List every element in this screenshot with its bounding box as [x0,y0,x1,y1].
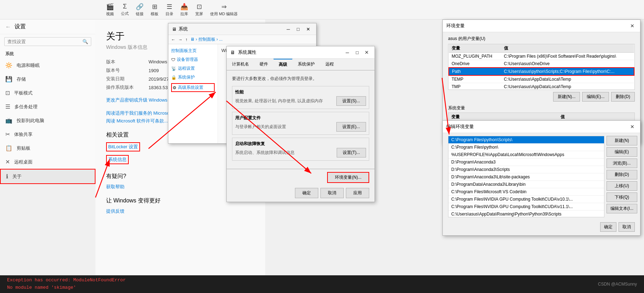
link-system-protect[interactable]: 系统保护 [178,74,195,80]
list-item-4[interactable]: D:\Program\Anaconda3\Scripts [448,166,604,173]
user-vars-title: asus 的用户变量(U) [448,36,635,42]
link-system-info[interactable]: 系统信息 [106,155,129,164]
edit-browse-btn[interactable]: 浏览(B)... [607,159,637,168]
sysprop-env-btn[interactable]: 环境变量(N)... [327,172,369,183]
sysprop-cancel-btn[interactable]: 取消 [320,188,344,198]
edit-env-ok-btn[interactable]: 确定 [600,222,616,232]
system-navbar: ← → ↑ 🖥 › 控制面板 › ... [168,35,316,44]
edit-movedown-btn[interactable]: 下移(Q) [607,193,637,202]
list-item-7[interactable]: C:\Program Files\Microsoft VS Code\bin [448,188,604,196]
tab-remote[interactable]: 远程 [320,59,339,70]
edit-moveup-btn[interactable]: 上移(U) [607,181,637,191]
perf-title: 性能 [235,89,366,95]
link-feedback[interactable]: 提供反馈 [106,208,255,214]
shared-icon: ✂ [5,131,10,138]
sidebar-label-storage: 存储 [17,76,26,82]
table-row[interactable]: TMP C:\Users\asus\AppData\Local\Temp [449,83,634,90]
sysprop-content: 要进行大多数更改，你必须作为管理员登录。 性能 视觉效果, 处理器计划, 内存使… [227,70,375,169]
link-device-manager[interactable]: 设备管理器 [177,57,198,63]
user-delete-btn[interactable]: 删除(D) [611,92,635,102]
toolbar-md-editor[interactable]: ⇒ 使用 MD 编辑器 [210,3,238,17]
toolbar-library[interactable]: 📥 拉库 [180,3,188,17]
sysprop-title: 系统属性 [238,49,256,56]
tab-computername[interactable]: 计算机名 [227,59,254,70]
sidebar-item-project[interactable]: 📺 投影到此电脑 [0,114,95,127]
sidebar-label-about: 关于 [12,173,22,180]
sysprop-minimize[interactable]: ─ [343,48,352,56]
sidebar-item-remote[interactable]: ✕ 远程桌面 [0,155,95,169]
brand-label: CSDN @ACMSunny [598,282,637,287]
clipboard-icon: 📋 [5,145,12,151]
toolbar-formula[interactable]: Σ 公式 [121,3,129,16]
link-bitlocker[interactable]: BitLocker 设置 [106,142,140,151]
user-new-btn[interactable]: 新建(N)... [553,92,580,102]
sidebar-item-multitask[interactable]: ☰ 多任务处理 [0,100,95,114]
maximize-button[interactable]: □ [294,25,303,33]
edit-edit-btn[interactable]: 编辑(E) [607,147,637,157]
sidebar-item-about[interactable]: ℹ 关于 [0,169,95,184]
list-item-3[interactable]: D:\Program\Anaconda3 [448,159,604,166]
edit-env-close-btn[interactable]: ✕ [628,123,637,131]
toolbar-toc[interactable]: ☰ 目录 [166,3,173,17]
toolbar-template[interactable]: ⊞ 模板 [151,3,158,17]
back-button[interactable]: ← [5,24,11,30]
user-edit-btn[interactable]: 编辑(E)... [582,92,609,102]
tab-hardware[interactable]: 硬件 [254,59,273,70]
sysprop-close[interactable]: ✕ [362,48,371,56]
edit-new-btn[interactable]: 新建(N) [607,136,637,145]
list-item-5[interactable]: D:\Program\Anaconda3\Lib\site-packages [448,173,604,181]
sidebar-item-tablet[interactable]: ⊡ 平板模式 [0,86,95,100]
list-item-9[interactable]: C:\Program Files\NVIDIA GPU Computing To… [448,203,604,211]
toolbar-widescreen[interactable]: ⊡ 宽屏 [195,3,203,17]
startup-settings-btn[interactable]: 设置(T)... [337,148,366,157]
link-remote-settings[interactable]: 远程设置 [178,65,195,71]
sysprop-maximize[interactable]: □ [353,48,362,56]
list-item-8[interactable]: C:\Program Files\NVIDIA GPU Computing To… [448,196,604,203]
toolbar-link[interactable]: 🔗 链接 [136,3,144,17]
table-row[interactable]: MOZ_PLUGIN_PATH C:\Program Files (x86)\F… [449,53,634,60]
sidebar-item-power[interactable]: 🔆 电源和睡眠 [0,58,95,72]
sidebar-label-multitask: 多任务处理 [14,104,37,110]
sysprop-title-icon: 🖥 [230,50,235,55]
table-row-path[interactable]: Path C:\Users\asus\python\Scripts;C:\Pro… [449,68,634,75]
list-item-1[interactable]: C:\Program Files\python\ [448,144,604,151]
env-titlebar: 环境变量 ✕ [443,20,640,32]
search-input[interactable] [7,39,80,44]
back-btn[interactable]: ← [171,37,175,42]
list-item-2[interactable]: %USERPROFILE%\AppData\Local\Microsoft\Wi… [448,151,604,159]
env-title: 环境变量 [446,23,465,29]
tab-advanced[interactable]: 高级 [273,59,292,70]
close-button[interactable]: ✕ [303,25,313,33]
sysprop-footer: 环境变量(N)... [227,169,375,186]
list-item-6[interactable]: D:\ProgramData\Anaconda3\Library\bin [448,181,604,188]
sysprop-ok-btn[interactable]: 确定 [295,188,318,198]
up-btn[interactable]: ↑ [185,37,187,42]
edit-edittext-btn[interactable]: 编辑文本(I... [607,204,637,213]
edit-delete-btn[interactable]: 删除(D) [607,170,637,179]
env-close-btn[interactable]: ✕ [628,22,637,30]
list-item-10[interactable]: C:\Users\asus\AppData\Roaming\Python\Pyt… [448,211,604,217]
link-advanced-settings[interactable]: 高级系统设置 [178,85,203,91]
forward-btn[interactable]: → [178,37,182,42]
user-vars-table: 变量 值 MOZ_PLUGIN_PATH C:\Program Files (x… [448,44,634,90]
perf-settings-btn[interactable]: 设置(S)... [336,96,366,106]
list-item-0[interactable]: C:\Program Files\python\Scripts\ [448,136,604,144]
sidebar-item-shared[interactable]: ✂ 体验共享 [0,127,95,141]
template-icon: ⊞ [152,3,157,11]
table-row[interactable]: TEMP C:\Users\asus\AppData\Local\Temp [449,75,634,83]
edit-env-cancel-btn[interactable]: 取消 [619,222,635,232]
sysprop-apply-btn[interactable]: 应用 [346,188,369,198]
advanced-settings-icon: ⚙ [173,85,176,90]
toolbar-video[interactable]: 🎬 视频 [106,3,114,17]
link-control-panel-home[interactable]: 控制面板主页 [171,48,215,54]
userprofile-settings-btn[interactable]: 设置(E)... [336,122,366,132]
error-text: Exception has occurred: ModuleNotFoundEr… [7,277,126,292]
sidebar-item-storage[interactable]: 💾 存储 [0,72,95,86]
tab-sysprotect[interactable]: 系统保护 [292,59,320,70]
sidebar-item-clipboard[interactable]: 📋 剪贴板 [0,141,95,155]
error-line2: No module named 'skimage' [7,284,126,292]
minimize-button[interactable]: ─ [284,25,293,33]
settings-search-box[interactable]: 🔍 [4,37,91,46]
sidebar-label-clipboard: 剪贴板 [17,145,30,151]
table-row[interactable]: OneDrive C:\Users\asus\OneDrive [449,60,634,68]
